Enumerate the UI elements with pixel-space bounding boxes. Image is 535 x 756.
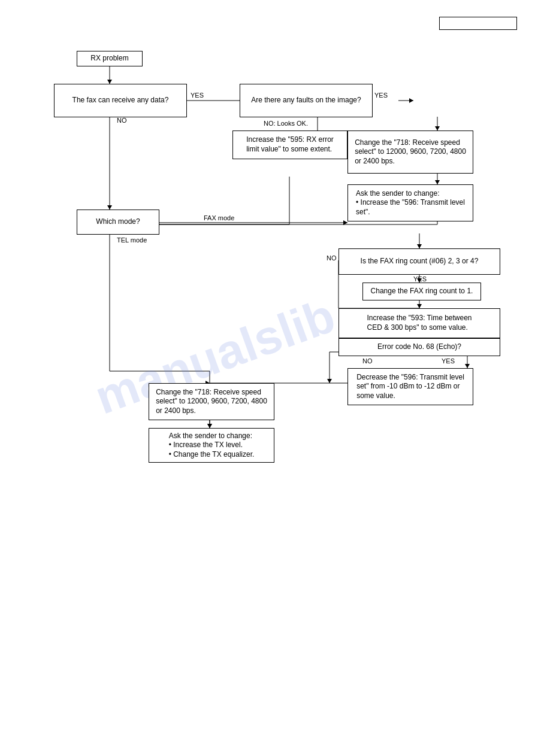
- fax-ring-count-label: Is the FAX ring count (#06) 2, 3 or 4?: [361, 257, 479, 266]
- svg-marker-5: [107, 205, 112, 210]
- svg-marker-24: [417, 244, 422, 248]
- error-code-68-label: Error code No. 68 (Echo)?: [377, 342, 461, 352]
- error-code-68-box: Error code No. 68 (Echo)?: [338, 338, 500, 356]
- yes-label-1: YES: [191, 92, 204, 99]
- svg-marker-10: [435, 126, 440, 130]
- tel-mode-label: TEL mode: [117, 236, 147, 244]
- change-receive-speed-1-label: Change the "718: Receive speed select" t…: [355, 138, 466, 166]
- fax-mode-label: FAX mode: [204, 214, 234, 221]
- svg-marker-50: [207, 424, 212, 428]
- change-receive-speed-2-label: Change the "718: Receive speed select" t…: [156, 388, 267, 416]
- rx-problem-box: RX problem: [77, 51, 143, 66]
- svg-marker-40: [327, 379, 332, 383]
- ask-sender-2-label: Ask the sender to change: • Increase the…: [169, 432, 255, 460]
- svg-marker-42: [465, 364, 470, 368]
- decrease-transmit-box: Decrease the "596: Transmit level set" f…: [347, 368, 473, 405]
- yes-label-4: YES: [442, 357, 455, 365]
- any-faults-label: Are there any faults on the image?: [251, 96, 361, 105]
- ask-sender-1-label: Ask the sender to change: • Increase the…: [356, 189, 465, 217]
- svg-marker-14: [435, 180, 440, 184]
- increase-time-ced-label: Increase the "593: Time between CED & 30…: [367, 314, 471, 332]
- which-mode-label: Which mode?: [96, 217, 140, 227]
- ask-sender-1-box: Ask the sender to change: • Increase the…: [347, 184, 473, 221]
- yes-label-2: YES: [374, 92, 388, 99]
- no-label-2: NO: [327, 254, 337, 262]
- change-fax-ring-box: Change the FAX ring count to 1.: [362, 283, 481, 300]
- which-mode-box: Which mode?: [77, 210, 159, 235]
- no-label-3: NO: [362, 357, 373, 365]
- svg-marker-8: [409, 98, 413, 103]
- looks-ok-label: NO: Looks OK.: [264, 120, 308, 127]
- svg-marker-1: [107, 80, 112, 84]
- change-receive-speed-1-box: Change the "718: Receive speed select" t…: [347, 130, 473, 174]
- svg-marker-29: [417, 304, 422, 308]
- rx-problem-label: RX problem: [90, 54, 128, 63]
- can-receive-label: The fax can receive any data?: [72, 96, 169, 105]
- decrease-transmit-label: Decrease the "596: Transmit level set" f…: [356, 373, 464, 401]
- change-receive-speed-2-box: Change the "718: Receive speed select" t…: [149, 383, 274, 420]
- fax-ring-count-box: Is the FAX ring count (#06) 2, 3 or 4?: [338, 248, 500, 275]
- any-faults-box: Are there any faults on the image?: [240, 84, 373, 117]
- increase-time-ced-box: Increase the "593: Time between CED & 30…: [338, 308, 500, 338]
- can-receive-box: The fax can receive any data?: [54, 84, 187, 117]
- increase-rx-error-label: Increase the "595: RX error limit value"…: [246, 135, 334, 154]
- no-label-1: NO: [117, 117, 127, 124]
- increase-rx-error-box: Increase the "595: RX error limit value"…: [232, 130, 347, 159]
- yes-label-3: YES: [413, 275, 427, 283]
- change-fax-ring-label: Change the FAX ring count to 1.: [371, 287, 473, 296]
- ask-sender-2-box: Ask the sender to change: • Increase the…: [149, 428, 274, 463]
- page: RX problem The fax can receive any data?…: [0, 0, 535, 756]
